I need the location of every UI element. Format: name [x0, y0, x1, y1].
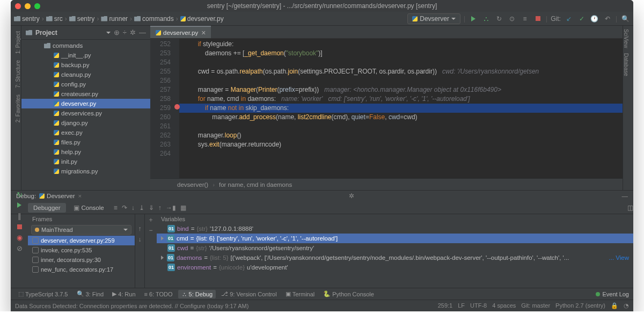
search-everywhere-button[interactable]: 🔍: [620, 14, 630, 24]
settings-icon[interactable]: ✲: [130, 28, 136, 37]
database-tool-tab[interactable]: Database: [623, 53, 633, 76]
breakpoint-icon[interactable]: [174, 104, 180, 110]
breadcrumb-item[interactable]: commands: [134, 15, 174, 23]
profile-button[interactable]: ⊙: [507, 14, 517, 24]
code-line[interactable]: manager = Manager(Printer(prefix=prefix)…: [179, 85, 623, 94]
bottom-tool-tab[interactable]: ⎇9: Version Control: [218, 289, 280, 298]
threads-icon[interactable]: ≡: [114, 204, 118, 212]
code-editor[interactable]: 252253254255256257258259260261262263264 …: [150, 39, 623, 178]
debug-button[interactable]: ⛬: [481, 14, 491, 24]
lock-icon[interactable]: 🔒: [611, 302, 618, 309]
step-over-icon[interactable]: ↷: [122, 204, 127, 212]
chevron-down-icon[interactable]: [106, 32, 111, 34]
bottom-tool-tab[interactable]: 🐍Python Console: [320, 289, 377, 298]
remove-watch-icon[interactable]: −: [149, 227, 152, 234]
tree-item[interactable]: cleanup.py: [21, 70, 150, 79]
breadcrumb-item[interactable]: sentry: [69, 15, 95, 23]
stack-frame[interactable]: inner, decorators.py:30: [28, 255, 135, 265]
close-tab-icon[interactable]: ×: [201, 28, 206, 37]
stack-frame[interactable]: devserver, devserver.py:259: [28, 236, 135, 245]
breadcrumb-item[interactable]: src: [46, 15, 63, 23]
breadcrumb-item[interactable]: devserver.py: [180, 15, 224, 23]
debug-settings-icon[interactable]: ✲: [349, 192, 354, 200]
bottom-tool-tab[interactable]: ▶4: Run: [109, 289, 138, 298]
drop-frame-icon[interactable]: ↓: [138, 236, 142, 243]
hide-icon[interactable]: —: [139, 28, 146, 37]
line-separator[interactable]: LF: [458, 302, 465, 309]
git-update-button[interactable]: ↙: [564, 14, 574, 24]
code-line[interactable]: sys.exit(manager.returncode): [179, 140, 623, 149]
python-interpreter[interactable]: Python 2.7 (sentry): [555, 302, 605, 309]
close-window-button[interactable]: [15, 3, 21, 9]
tree-item[interactable]: django.py: [21, 118, 150, 128]
code-line[interactable]: if name not in skip_daemons:: [179, 104, 623, 113]
new-watch-icon[interactable]: ＋: [148, 215, 154, 224]
rerun-button[interactable]: ↻: [11, 190, 28, 199]
bottom-tool-tab[interactable]: ⬚TypeScript 3.7.5: [15, 289, 71, 298]
breadcrumb-item[interactable]: for name, cmd in daemons: [219, 181, 292, 188]
git-branch[interactable]: Git: master: [521, 302, 550, 309]
bottom-tool-tab[interactable]: ▣Terminal: [282, 289, 318, 298]
tree-item[interactable]: help.py: [21, 147, 150, 157]
run-button[interactable]: [469, 14, 478, 24]
git-commit-button[interactable]: ✓: [577, 14, 587, 24]
git-revert-button[interactable]: ↶: [603, 14, 612, 24]
bottom-tool-tab[interactable]: ≡6: TODO: [141, 290, 176, 298]
bottom-tool-tab[interactable]: ⛬5: Debug: [178, 290, 216, 298]
variable-row[interactable]: 01 daemons = {list: 5} [('webpack', ['/U…: [157, 253, 633, 263]
code-line[interactable]: manager.add_process(name, list2cmdline(c…: [179, 113, 623, 122]
evaluate-icon[interactable]: ▦: [180, 204, 186, 212]
coverage-button[interactable]: ↻: [494, 14, 504, 24]
tree-item[interactable]: createuser.py: [21, 89, 150, 99]
step-into-my-icon[interactable]: ⤓: [139, 204, 144, 212]
cursor-position[interactable]: 259:1: [438, 302, 453, 309]
breadcrumb-item[interactable]: sentry: [14, 15, 40, 23]
expand-icon[interactable]: [161, 236, 164, 241]
tree-item[interactable]: devserver.py: [21, 99, 150, 108]
stack-frame[interactable]: new_func, decorators.py:17: [28, 265, 135, 274]
tree-item[interactable]: __init__.py: [21, 50, 150, 60]
favorites-tool-tab[interactable]: 2: Favorites: [11, 94, 21, 122]
console-tab[interactable]: ▣Console: [68, 202, 109, 213]
tree-item[interactable]: devservices.py: [21, 108, 150, 118]
expand-icon[interactable]: [161, 256, 164, 260]
indent[interactable]: 4 spaces: [492, 302, 516, 309]
file-encoding[interactable]: UTF-8: [470, 302, 487, 309]
breadcrumb-item[interactable]: runner: [101, 15, 128, 23]
restart-frame-icon[interactable]: ↑: [138, 225, 142, 232]
code-line[interactable]: cwd = os.path.realpath(os.path.join(sett…: [179, 67, 623, 76]
tree-item[interactable]: exec.py: [21, 128, 150, 137]
code-line[interactable]: if styleguide:: [179, 40, 623, 49]
debugger-tab[interactable]: Debugger: [28, 203, 66, 213]
code-line[interactable]: manager.loop(): [179, 131, 623, 140]
project-tool-tab[interactable]: 1: Project: [11, 31, 21, 54]
variable-row[interactable]: 01 cmd = {list: 6} ['sentry', 'run', 'wo…: [157, 234, 633, 243]
force-step-icon[interactable]: ⇓: [149, 204, 154, 212]
attach-button[interactable]: ≡: [520, 14, 530, 24]
minimize-window-button[interactable]: [25, 3, 31, 9]
code-line[interactable]: [179, 149, 623, 158]
collapse-icon[interactable]: ÷: [123, 28, 127, 37]
variable-row[interactable]: 01 bind = {str} '127.0.0.1:8888': [157, 224, 633, 234]
tree-item[interactable]: config.py: [21, 79, 150, 89]
git-history-button[interactable]: 🕐: [590, 14, 599, 24]
variable-row[interactable]: 01 environment = {unicode} u'development…: [157, 263, 633, 272]
code-line[interactable]: [179, 76, 623, 85]
tree-item[interactable]: files.py: [21, 137, 150, 147]
code-line[interactable]: [179, 58, 623, 67]
step-into-icon[interactable]: ↓: [131, 204, 135, 212]
editor-tab[interactable]: devserver.py ×: [150, 26, 211, 38]
debug-config[interactable]: Devserver ×: [39, 193, 82, 199]
resume-button[interactable]: [11, 200, 28, 210]
variable-row[interactable]: 01 cwd = {str} '/Users/ryanskonnord/gets…: [157, 243, 633, 253]
code-line[interactable]: daemons += [_get_daemon("storybook")]: [179, 49, 623, 58]
stack-frame[interactable]: invoke, core.py:535: [28, 245, 135, 255]
layout-icon[interactable]: ◫: [627, 204, 633, 212]
tree-item[interactable]: migrations.py: [21, 166, 150, 176]
code-line[interactable]: for name, cmd in daemons: name: 'worker'…: [179, 94, 623, 104]
step-out-icon[interactable]: ↑: [158, 204, 162, 212]
tree-folder[interactable]: commands: [21, 41, 150, 50]
stop-button[interactable]: [533, 14, 543, 24]
code-line[interactable]: [179, 122, 623, 131]
tree-item[interactable]: init.py: [21, 157, 150, 166]
